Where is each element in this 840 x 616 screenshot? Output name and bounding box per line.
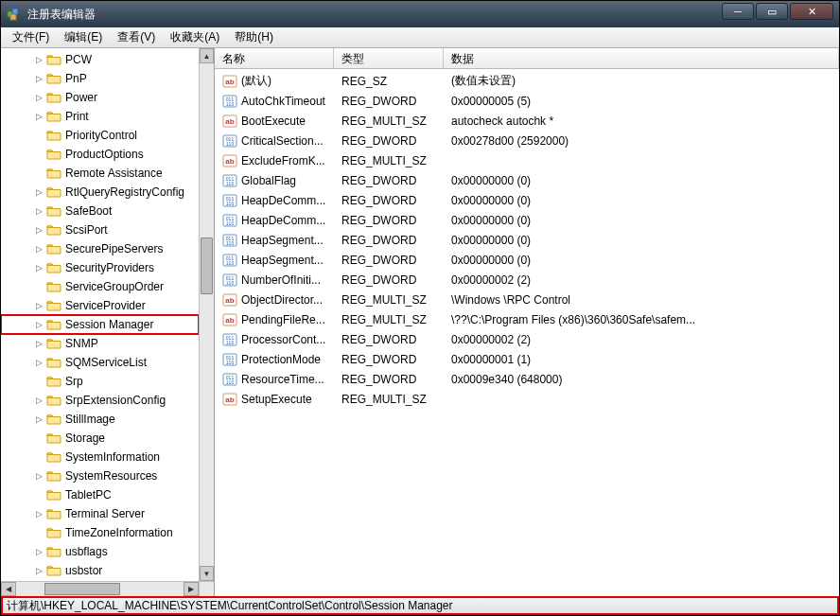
tree-view[interactable]: ▷PCW▷PnP▷Power▷PrintPriorityControlProdu… [1,48,199,581]
folder-icon [46,280,61,293]
list-row[interactable]: 011110HeapSegment...REG_DWORD0x00000000 … [215,230,839,250]
tree-item[interactable]: ▷SafeBoot [1,202,199,220]
menu-favorites[interactable]: 收藏夹(A) [163,27,227,47]
list-row[interactable]: 011110CriticalSection...REG_DWORD0x00278… [215,131,839,150]
tree-item[interactable]: ▷SecurityProviders [1,258,199,277]
expander-icon[interactable]: ▷ [33,206,44,216]
expander-icon[interactable]: ▷ [33,566,44,575]
expander-icon[interactable]: ▷ [33,112,44,121]
dword-value-icon: 011110 [222,173,237,188]
expander-icon[interactable]: ▷ [33,358,44,367]
list-row[interactable]: 011110HeapDeComm...REG_DWORD0x00000000 (… [215,190,839,210]
list-view[interactable]: ab(默认)REG_SZ(数值未设置)011110AutoChkTimeoutR… [215,69,839,411]
expander-icon[interactable]: ▷ [33,320,44,329]
tree-item[interactable]: ▷SQMServiceList [1,353,199,372]
tree-item[interactable]: ▷SNMP [1,334,199,353]
tree-horizontal-scrollbar[interactable]: ◀ ▶ [1,581,199,596]
list-row[interactable]: 011110ProcessorCont...REG_DWORD0x0000000… [215,329,839,349]
column-header-data[interactable]: 数据 [444,48,839,68]
tree-item[interactable]: ▷Print [1,107,199,126]
tree-item-label: SNMP [65,337,98,350]
tree-item[interactable]: Remote Assistance [1,164,199,183]
tree-item[interactable]: PriorityControl [1,126,199,145]
folder-icon [46,375,61,388]
svg-text:ab: ab [225,316,234,325]
list-row[interactable]: 011110AutoChkTimeoutREG_DWORD0x00000005 … [215,91,839,111]
list-row[interactable]: 011110NumberOfIniti...REG_DWORD0x0000000… [215,270,839,290]
column-header-name[interactable]: 名称 [215,48,334,68]
expander-icon[interactable]: ▷ [33,187,44,197]
list-row[interactable]: ab(默认)REG_SZ(数值未设置) [215,71,839,91]
tree-item-label: SafeBoot [65,204,112,218]
minimize-button[interactable]: ─ [722,3,754,20]
expander-icon[interactable]: ▷ [33,93,44,102]
value-type: REG_DWORD [334,273,444,287]
expander-icon[interactable]: ▷ [33,414,44,424]
folder-icon [46,167,61,180]
tree-item[interactable]: TabletPC [1,485,199,504]
list-row[interactable]: 011110GlobalFlagREG_DWORD0x00000000 (0) [215,170,839,190]
tree-item[interactable]: ▷ScsiPort [1,220,199,239]
expander-icon[interactable]: ▷ [33,396,44,405]
scroll-up-arrow-icon[interactable]: ▲ [200,48,214,63]
scroll-track[interactable] [16,582,184,596]
tree-vertical-scrollbar[interactable]: ▲ ▼ [199,48,214,581]
expander-icon[interactable]: ▷ [33,339,44,348]
expander-icon[interactable]: ▷ [33,244,44,254]
svg-text:ab: ab [225,78,234,86]
menu-help[interactable]: 帮助(H) [227,27,281,47]
expander-icon[interactable]: ▷ [33,225,44,235]
tree-item[interactable]: ▷usbflags [1,542,199,561]
expander-icon[interactable]: ▷ [33,509,44,519]
tree-item[interactable]: ▷usbstor [1,561,199,580]
menu-edit[interactable]: 编辑(E) [57,27,110,47]
tree-item[interactable]: ▷Session Manager [1,315,199,334]
column-header-type[interactable]: 类型 [334,48,444,68]
tree-item[interactable]: Srp [1,372,199,391]
list-row[interactable]: abSetupExecuteREG_MULTI_SZ [215,389,839,409]
list-row[interactable]: 011110HeapSegment...REG_DWORD0x00000000 … [215,250,839,270]
tree-item[interactable]: ▷SrpExtensionConfig [1,391,199,410]
close-button[interactable]: ✕ [790,3,833,20]
folder-icon [46,450,61,464]
tree-item[interactable]: Storage [1,429,199,448]
scroll-thumb[interactable] [44,583,120,595]
tree-item[interactable]: ▷Terminal Server [1,504,199,523]
maximize-button[interactable]: ▭ [756,3,788,20]
tree-item[interactable]: ProductOptions [1,145,199,164]
list-row[interactable]: abBootExecuteREG_MULTI_SZautocheck autoc… [215,111,839,131]
expander-icon[interactable]: ▷ [33,55,44,64]
scroll-left-arrow-icon[interactable]: ◀ [1,582,16,596]
folder-icon [46,53,61,66]
list-row[interactable]: abObjectDirector...REG_MULTI_SZ\Windows … [215,290,839,309]
tree-item[interactable]: ▷ServiceProvider [1,296,199,315]
svg-text:110: 110 [226,360,235,365]
expander-icon[interactable]: ▷ [33,547,44,556]
tree-item[interactable]: ▷SecurePipeServers [1,239,199,258]
tree-item[interactable]: ▷PCW [1,50,199,69]
list-row[interactable]: 011110ProtectionModeREG_DWORD0x00000001 … [215,349,839,369]
tree-item[interactable]: ▷PnP [1,69,199,88]
scroll-thumb[interactable] [201,238,213,294]
tree-item[interactable]: TimeZoneInformation [1,523,199,542]
tree-item-label: usbflags [65,545,108,558]
tree-item[interactable]: ▷SystemResources [1,466,199,485]
list-row[interactable]: abExcludeFromK...REG_MULTI_SZ [215,150,839,170]
menu-view[interactable]: 查看(V) [110,27,163,47]
scroll-down-arrow-icon[interactable]: ▼ [200,566,214,581]
menu-file[interactable]: 文件(F) [5,27,57,47]
expander-icon[interactable]: ▷ [33,263,44,273]
expander-icon[interactable]: ▷ [33,471,44,481]
tree-item[interactable]: SystemInformation [1,448,199,466]
tree-item[interactable]: ServiceGroupOrder [1,277,199,296]
expander-icon[interactable]: ▷ [33,74,44,83]
scroll-right-arrow-icon[interactable]: ▶ [184,582,199,596]
list-row[interactable]: abPendingFileRe...REG_MULTI_SZ\??\C:\Pro… [215,309,839,329]
tree-item[interactable]: ▷RtlQueryRegistryConfig [1,183,199,202]
tree-item[interactable]: ▷Power [1,88,199,107]
tree-item[interactable]: ▷StillImage [1,410,199,429]
list-row[interactable]: 011110HeapDeComm...REG_DWORD0x00000000 (… [215,210,839,230]
list-row[interactable]: 011110ResourceTime...REG_DWORD0x0009e340… [215,369,839,389]
folder-icon [46,488,61,502]
expander-icon[interactable]: ▷ [33,301,44,310]
